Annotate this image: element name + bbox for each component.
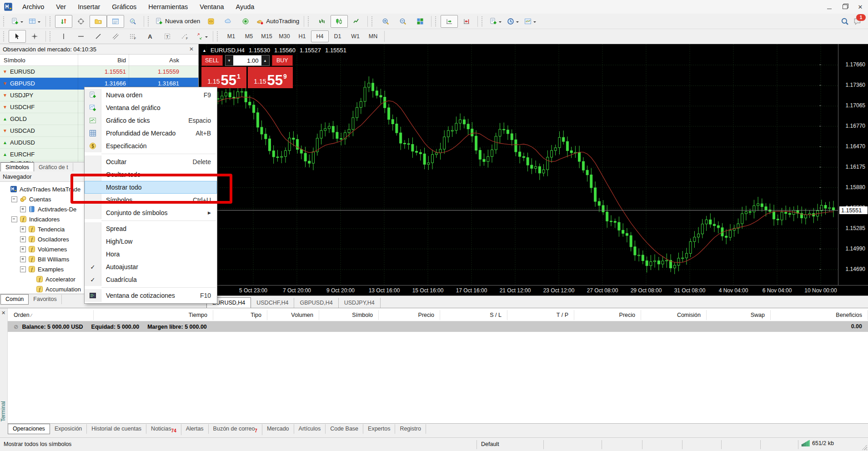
terminal-column-swap[interactable]: Swap (751, 312, 765, 318)
toolbar-grip[interactable] (3, 31, 6, 41)
expand-icon[interactable] (20, 256, 26, 262)
column-bid[interactable]: Bid (80, 57, 126, 64)
fibonacci-channel-button[interactable]: F (176, 30, 193, 43)
indicators-button[interactable] (487, 15, 504, 28)
navigator-button[interactable] (90, 15, 107, 28)
menu-ayuda[interactable]: Ayuda (230, 2, 261, 12)
terminal-tab-expertos[interactable]: Expertos (363, 424, 395, 434)
menu-gráficos[interactable]: Gráficos (106, 2, 142, 12)
price-axis[interactable]: 1.176601.173601.170651.167701.164701.161… (838, 44, 868, 285)
terminal-column-tiempo[interactable]: Tiempo (189, 312, 207, 318)
terminal-column-tipo[interactable]: Tipo (251, 312, 261, 318)
menu-herramientas[interactable]: Herramientas (142, 2, 194, 12)
expand-icon[interactable] (20, 236, 26, 242)
toolbar-grip[interactable] (148, 16, 151, 26)
timeframe-h4[interactable]: H4 (311, 30, 329, 42)
close-button[interactable]: ✕ (853, 1, 868, 12)
toolbar-grip[interactable] (371, 16, 375, 26)
toolbar-grip[interactable] (482, 16, 485, 26)
community-button[interactable] (220, 15, 237, 28)
market-watch-button[interactable] (55, 15, 72, 28)
timeframe-h1[interactable]: H1 (293, 30, 311, 42)
menu-insertar[interactable]: Insertar (72, 2, 106, 12)
toolbar-grip[interactable] (3, 16, 6, 26)
candlestick-chart[interactable] (199, 44, 838, 285)
menu-item-cuadr-cula[interactable]: ✓Cuadrícula (85, 273, 217, 286)
arrows-button[interactable] (193, 30, 211, 43)
collapse-icon[interactable] (20, 266, 26, 272)
terminal-column-beneficios[interactable]: Beneficios (836, 312, 862, 318)
bar-chart-button[interactable] (313, 15, 331, 28)
market-watch-tab-gr-fico-de-t[interactable]: Gráfico de t (34, 163, 73, 172)
toolbar-grip[interactable] (50, 31, 53, 41)
chart-tab-gbpusd-h4[interactable]: GBPUSD,H4 (294, 298, 338, 308)
menu-item-gr-fico-de-ticks[interactable]: Gráfico de ticksEspacio (85, 114, 217, 127)
column-symbol[interactable]: Símbolo (4, 57, 25, 64)
chart-tab-usdjpy-h4[interactable]: USDJPY,H4 (339, 298, 381, 308)
terminal-tab-operaciones[interactable]: Operaciones (8, 424, 50, 434)
fibonacci-retracement-button[interactable]: F (124, 30, 141, 43)
terminal-column-volumen[interactable]: Volumen (291, 312, 313, 318)
timeframe-mn[interactable]: MN (364, 30, 382, 42)
menu-item-spread[interactable]: Spread (85, 222, 217, 235)
terminal-tab-alertas[interactable]: Alertas (181, 424, 209, 434)
zoom-in-button[interactable] (377, 15, 394, 28)
menu-ver[interactable]: Ver (50, 2, 72, 12)
terminal-tab-exposici-n[interactable]: Exposición (50, 424, 87, 434)
menu-item-s-mbolos[interactable]: SímbolosCtrl+U (85, 194, 217, 206)
terminal-tab-mercado[interactable]: Mercado (262, 424, 294, 434)
terminal-close-icon[interactable]: ✕ (1, 310, 5, 316)
candle-chart-button[interactable] (331, 15, 348, 28)
line-chart-button[interactable] (348, 15, 365, 28)
restore-button[interactable] (837, 1, 853, 12)
terminal-column-t-p[interactable]: T / P (557, 312, 568, 318)
terminal-tab-buz-n-de-correo[interactable]: Buzón de correo7 (209, 424, 262, 435)
search-icon[interactable] (841, 17, 849, 25)
timeframe-d1[interactable]: D1 (329, 30, 346, 42)
menu-item-high-low[interactable]: High/Low (85, 235, 217, 248)
menu-item-conjunto-de-s-mbolos[interactable]: Conjunto de símbolos▶ (85, 206, 217, 219)
templates-button[interactable] (522, 15, 539, 28)
terminal-column-precio[interactable]: Precio (619, 312, 635, 318)
metaeditor-button[interactable] (202, 15, 220, 28)
minimize-button[interactable] (822, 1, 837, 12)
equidistant-channel-button[interactable] (107, 30, 124, 43)
menu-item-hora[interactable]: Hora (85, 248, 217, 261)
terminal-tab-registro[interactable]: Registro (395, 424, 426, 434)
menu-item-ventana-del-gr-fico[interactable]: Ventana del gráfico (85, 101, 217, 114)
timeframe-m30[interactable]: M30 (276, 30, 293, 42)
buy-price-box[interactable]: 1.15 55 9 (248, 67, 293, 88)
timeframe-w1[interactable]: W1 (346, 30, 364, 42)
chart-shift-button[interactable] (458, 15, 475, 28)
tile-windows-button[interactable] (411, 15, 429, 28)
data-window-button[interactable] (72, 15, 90, 28)
volume-input[interactable]: 1.00 (233, 55, 261, 65)
menu-ventana[interactable]: Ventana (194, 2, 230, 12)
terminal-column-s-mbolo[interactable]: Símbolo (352, 312, 373, 318)
terminal-tab-code-base[interactable]: Code Base (326, 424, 363, 434)
auto-scroll-button[interactable] (441, 15, 458, 28)
toolbar-grip[interactable] (308, 16, 311, 26)
chart-tab-usdchf-h4[interactable]: USDCHF,H4 (251, 298, 294, 308)
zoom-out-button[interactable] (394, 15, 411, 28)
chart-collapse-icon[interactable]: ▲ (202, 48, 206, 53)
strategy-tester-button[interactable] (124, 15, 141, 28)
market-watch-close-icon[interactable]: ✕ (187, 46, 196, 52)
notifications-icon[interactable]: 1 (853, 17, 862, 25)
text-button[interactable]: A (141, 30, 159, 43)
resize-grip[interactable] (862, 445, 867, 450)
menu-item-profundidad-de-mercado[interactable]: Profundidad de MercadoAlt+B (85, 127, 217, 140)
volume-increase-button[interactable]: ▲ (261, 55, 269, 65)
expand-icon[interactable] (20, 226, 26, 232)
menu-item-ocultar[interactable]: OcultarDelete (85, 155, 217, 168)
navigator-tab-com-n[interactable]: Común (0, 294, 29, 305)
horizontal-line-button[interactable] (72, 30, 90, 43)
expand-icon[interactable] (20, 206, 26, 212)
new-order-button[interactable]: Nueva orden (153, 15, 202, 28)
timeframe-m5[interactable]: M5 (240, 30, 258, 42)
navigator-tab-favoritos[interactable]: Favoritos (29, 295, 61, 304)
status-profile[interactable]: Default (481, 441, 499, 447)
menu-item-ocultar-todo[interactable]: Ocultar todo (85, 168, 217, 181)
sell-button[interactable]: SELL (201, 55, 223, 66)
terminal-column-s-l[interactable]: S / L (490, 312, 502, 318)
